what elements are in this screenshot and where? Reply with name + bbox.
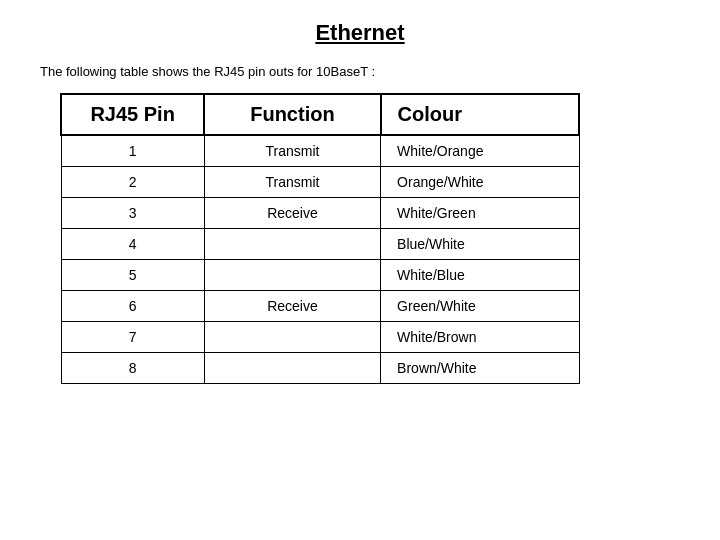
table-row: 6ReceiveGreen/White <box>61 291 579 322</box>
cell-colour-1: White/Orange <box>381 135 579 167</box>
ethernet-table: RJ45 Pin Function Colour 1TransmitWhite/… <box>60 93 580 384</box>
cell-colour-6: Green/White <box>381 291 579 322</box>
cell-function-3: Receive <box>204 198 380 229</box>
table-row: 5White/Blue <box>61 260 579 291</box>
table-body: 1TransmitWhite/Orange2TransmitOrange/Whi… <box>61 135 579 384</box>
col-header-pin: RJ45 Pin <box>61 94 204 135</box>
cell-pin-7: 7 <box>61 322 204 353</box>
cell-pin-3: 3 <box>61 198 204 229</box>
cell-colour-4: Blue/White <box>381 229 579 260</box>
cell-colour-2: Orange/White <box>381 167 579 198</box>
table-row: 4Blue/White <box>61 229 579 260</box>
cell-function-5 <box>204 260 380 291</box>
page-title: Ethernet <box>40 20 680 46</box>
cell-pin-4: 4 <box>61 229 204 260</box>
cell-colour-3: White/Green <box>381 198 579 229</box>
cell-colour-7: White/Brown <box>381 322 579 353</box>
table-header-row: RJ45 Pin Function Colour <box>61 94 579 135</box>
cell-function-8 <box>204 353 380 384</box>
cell-pin-1: 1 <box>61 135 204 167</box>
table-row: 8Brown/White <box>61 353 579 384</box>
cell-pin-2: 2 <box>61 167 204 198</box>
col-header-colour: Colour <box>381 94 579 135</box>
cell-function-1: Transmit <box>204 135 380 167</box>
table-row: 3ReceiveWhite/Green <box>61 198 579 229</box>
intro-text: The following table shows the RJ45 pin o… <box>40 64 680 79</box>
cell-function-4 <box>204 229 380 260</box>
cell-function-7 <box>204 322 380 353</box>
table-wrapper: RJ45 Pin Function Colour 1TransmitWhite/… <box>40 93 680 384</box>
cell-colour-8: Brown/White <box>381 353 579 384</box>
cell-pin-5: 5 <box>61 260 204 291</box>
cell-colour-5: White/Blue <box>381 260 579 291</box>
table-row: 2TransmitOrange/White <box>61 167 579 198</box>
col-header-function: Function <box>204 94 380 135</box>
table-row: 1TransmitWhite/Orange <box>61 135 579 167</box>
cell-function-6: Receive <box>204 291 380 322</box>
cell-pin-8: 8 <box>61 353 204 384</box>
page-container: Ethernet The following table shows the R… <box>0 0 720 540</box>
cell-function-2: Transmit <box>204 167 380 198</box>
table-row: 7White/Brown <box>61 322 579 353</box>
cell-pin-6: 6 <box>61 291 204 322</box>
